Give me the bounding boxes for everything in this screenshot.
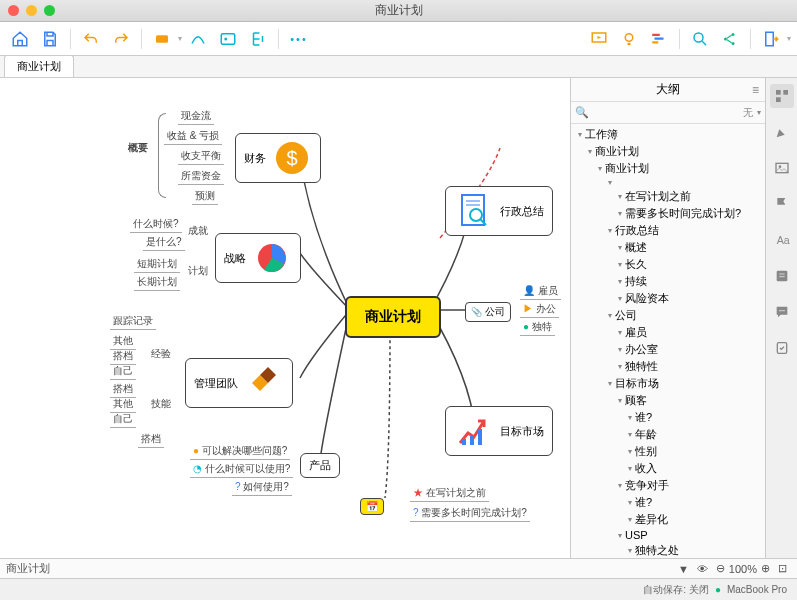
undo-button[interactable] [77,27,105,51]
leaf[interactable]: 是什么? [143,234,185,251]
mindmap-canvas[interactable]: 商业计划 财务 $ 现金流 收益 & 亏损 收支平衡 所需资金 预测 概要 战略… [0,78,570,570]
fit-button[interactable]: ⊡ [778,562,787,575]
outline-item[interactable]: ▾谁? [571,494,765,511]
outline-filter[interactable]: 无 [743,106,753,120]
outline-item[interactable]: ▾顾客 [571,392,765,409]
branch-company[interactable]: 📎公司 [465,302,511,322]
leaf[interactable]: 什么时候? [130,216,182,233]
zoom-in-button[interactable]: ⊕ [761,562,770,575]
text-panel-button[interactable]: Aa [770,228,794,252]
filter-icon[interactable]: ▼ [678,563,689,575]
outline-item[interactable]: ▾办公室 [571,341,765,358]
breadcrumb[interactable]: 商业计划 [6,561,50,576]
redo-button[interactable] [107,27,135,51]
leaf[interactable]: 现金流 [178,108,214,125]
comments-panel-button[interactable] [770,300,794,324]
leaf[interactable]: 长期计划 [134,274,180,291]
branch-team[interactable]: 管理团队 [185,358,293,408]
svg-rect-7 [652,41,658,43]
format-panel-button[interactable] [770,84,794,108]
group-label[interactable]: 成就 [185,223,211,239]
outline-item[interactable]: ▾独特性 [571,358,765,375]
notes-panel-button[interactable] [770,264,794,288]
outline-item[interactable]: ▾风险资本 [571,290,765,307]
leaf[interactable]: 短期计划 [134,256,180,273]
marker-panel-button[interactable] [770,120,794,144]
topic-button[interactable] [148,27,176,51]
leaf[interactable]: ◔ 什么时候可以使用? [190,461,293,478]
leaf[interactable]: ? 如何使用? [232,479,292,496]
leaf[interactable]: 👤 雇员 [520,283,561,300]
zoom-level[interactable]: 100% [729,563,757,575]
leaf[interactable]: ● 可以解决哪些问题? [190,443,290,460]
leaf[interactable]: 自己 [110,411,136,428]
leaf[interactable]: 预测 [192,188,218,205]
home-button[interactable] [6,27,34,51]
outline-item[interactable]: ▾概述 [571,239,765,256]
share-button[interactable] [716,27,744,51]
leaf[interactable]: ● 独特 [520,319,555,336]
outline-item[interactable]: ▾在写计划之前 [571,188,765,205]
summary-button[interactable] [244,27,272,51]
eye-icon[interactable]: 👁 [697,563,708,575]
brainstorm-button[interactable] [615,27,643,51]
summary-label[interactable]: 概要 [125,140,151,156]
outline-item[interactable]: ▾ [571,177,765,188]
more-button[interactable]: ••• [285,27,313,51]
group-label[interactable]: 技能 [148,396,174,412]
branch-finance[interactable]: 财务 $ [235,133,321,183]
tab-main[interactable]: 商业计划 [4,55,74,77]
branch-product[interactable]: 产品 [300,453,340,478]
leaf[interactable]: ▶ 办公 [520,301,559,318]
outline-item[interactable]: ▾雇员 [571,324,765,341]
leaf[interactable]: 搭档 [138,431,164,448]
save-button[interactable] [36,27,64,51]
outline-item[interactable]: ▾年龄 [571,426,765,443]
outline-item[interactable]: ▾性别 [571,443,765,460]
leaf[interactable]: 收支平衡 [178,148,224,165]
flag-panel-button[interactable] [770,192,794,216]
outline-item[interactable]: ▾独特之处 [571,542,765,559]
export-button[interactable] [757,27,785,51]
leaf[interactable]: 自己 [110,363,136,380]
root-node[interactable]: 商业计划 [345,296,441,338]
boundary-button[interactable] [214,27,242,51]
branch-market[interactable]: 目标市场 [445,406,553,456]
image-panel-button[interactable] [770,156,794,180]
leaf[interactable]: 收益 & 亏损 [164,128,222,145]
group-label[interactable]: 经验 [148,346,174,362]
outline-item[interactable]: ▾行政总结 [571,222,765,239]
leaf[interactable]: 所需资金 [178,168,224,185]
branch-exec[interactable]: 行政总结 [445,186,553,236]
zoom-out-button[interactable]: ⊖ [716,562,725,575]
task-panel-button[interactable] [770,336,794,360]
outline-tree[interactable]: ▾工作簿▾商业计划▾商业计划▾▾在写计划之前▾需要多长时间完成计划?▾行政总结▾… [571,124,765,570]
group-label[interactable]: 计划 [185,263,211,279]
outline-item[interactable]: ▾工作簿 [571,126,765,143]
branch-strategy[interactable]: 战略 [215,233,301,283]
outline-search-input[interactable] [593,107,739,119]
search-button[interactable] [686,27,714,51]
outline-item[interactable]: ▾差异化 [571,511,765,528]
gantt-button[interactable] [645,27,673,51]
outline-item[interactable]: ▾商业计划 [571,160,765,177]
outline-item[interactable]: ▾持续 [571,273,765,290]
outline-item[interactable]: ▾需要多长时间完成计划? [571,205,765,222]
floating-topic[interactable]: 📅 [360,498,384,515]
leaf[interactable]: ★ 在写计划之前 [410,485,489,502]
outline-menu-icon[interactable]: ≡ [752,83,759,97]
outline-item[interactable]: ▾竞争对手 [571,477,765,494]
outline-item[interactable]: ▾USP [571,528,765,542]
outline-item[interactable]: ▾公司 [571,307,765,324]
outline-item[interactable]: ▾目标市场 [571,375,765,392]
outline-item[interactable]: ▾商业计划 [571,143,765,160]
outline-item[interactable]: ▾收入 [571,460,765,477]
leaf[interactable]: 跟踪记录 [110,313,156,330]
svg-rect-0 [156,35,168,43]
presentation-button[interactable] [585,27,613,51]
svg-point-27 [778,165,781,168]
leaf[interactable]: ? 需要多长时间完成计划? [410,505,530,522]
outline-item[interactable]: ▾长久 [571,256,765,273]
outline-item[interactable]: ▾谁? [571,409,765,426]
relationship-button[interactable] [184,27,212,51]
